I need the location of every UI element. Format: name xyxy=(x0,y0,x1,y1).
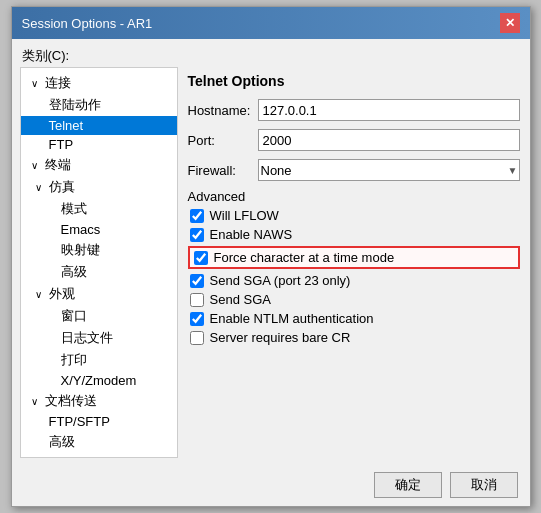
advanced-label: Advanced xyxy=(188,189,520,204)
sidebar-item-label-terminal: 终端 xyxy=(45,156,71,174)
checkbox-enable-ntlm: Enable NTLM authentication xyxy=(188,311,520,326)
sidebar-item-label-print: 打印 xyxy=(61,351,87,369)
sidebar-item-appearance[interactable]: ∨外观 xyxy=(21,283,177,305)
sidebar-item-login-action[interactable]: 登陆动作 xyxy=(21,94,177,116)
sidebar-item-label-login-action: 登陆动作 xyxy=(49,96,101,114)
main-content: ∨连接登陆动作TelnetFTP∨终端∨仿真模式Emacs映射键高级∨外观窗口日… xyxy=(12,67,530,464)
firewall-select-wrapper: None ▼ xyxy=(258,159,520,181)
checkbox-enable-naws: Enable NAWS xyxy=(188,227,520,242)
sidebar-item-telnet[interactable]: Telnet xyxy=(21,116,177,135)
tree-arrow-icon: ∨ xyxy=(31,160,43,171)
enable-naws-checkbox[interactable] xyxy=(190,228,204,242)
sidebar-item-label-xy-zmodem: X/Y/Zmodem xyxy=(61,373,137,388)
send-sga-checkbox[interactable] xyxy=(190,293,204,307)
sidebar-item-label-simulation: 仿真 xyxy=(49,178,75,196)
server-bare-cr-checkbox[interactable] xyxy=(190,331,204,345)
tree-arrow-icon: ∨ xyxy=(35,182,47,193)
sidebar-item-label-log-file: 日志文件 xyxy=(61,329,113,347)
close-button[interactable]: ✕ xyxy=(500,13,520,33)
send-sga-23-checkbox[interactable] xyxy=(190,274,204,288)
dialog-body: 类别(C): ∨连接登陆动作TelnetFTP∨终端∨仿真模式Emacs映射键高… xyxy=(12,39,530,506)
sidebar-item-ftp[interactable]: FTP xyxy=(21,135,177,154)
right-panel: Telnet Options Hostname: Port: Firewall:… xyxy=(184,67,530,464)
port-input[interactable] xyxy=(258,129,520,151)
checkbox-send-sga-23: Send SGA (port 23 only) xyxy=(188,273,520,288)
sidebar-item-label-mapping: 映射键 xyxy=(61,241,100,259)
checkbox-will-lflow: Will LFLOW xyxy=(188,208,520,223)
sidebar-tree: ∨连接登陆动作TelnetFTP∨终端∨仿真模式Emacs映射键高级∨外观窗口日… xyxy=(20,67,178,458)
sidebar-item-terminal[interactable]: ∨终端 xyxy=(21,154,177,176)
enable-ntlm-checkbox[interactable] xyxy=(190,312,204,326)
checkbox-send-sga: Send SGA xyxy=(188,292,520,307)
sidebar-item-label-advanced-term: 高级 xyxy=(61,263,87,281)
sidebar-item-simulation[interactable]: ∨仿真 xyxy=(21,176,177,198)
force-char-checkbox[interactable] xyxy=(194,251,208,265)
enable-ntlm-label: Enable NTLM authentication xyxy=(210,311,374,326)
title-bar: Session Options - AR1 ✕ xyxy=(12,7,530,39)
enable-naws-label: Enable NAWS xyxy=(210,227,293,242)
sidebar-item-mode[interactable]: 模式 xyxy=(21,198,177,220)
panel-title: Telnet Options xyxy=(188,73,520,89)
sidebar-item-label-file-transfer: 文档传送 xyxy=(45,392,97,410)
sidebar-item-label-mode: 模式 xyxy=(61,200,87,218)
sidebar-item-xy-zmodem[interactable]: X/Y/Zmodem xyxy=(21,371,177,390)
sidebar-item-emacs[interactable]: Emacs xyxy=(21,220,177,239)
server-bare-cr-label: Server requires bare CR xyxy=(210,330,351,345)
sidebar-item-label-ftp-sftp: FTP/SFTP xyxy=(49,414,110,429)
category-label: 类别(C): xyxy=(12,39,530,67)
session-options-dialog: Session Options - AR1 ✕ 类别(C): ∨连接登陆动作Te… xyxy=(11,6,531,507)
sidebar-item-label-emacs: Emacs xyxy=(61,222,101,237)
sidebar-item-advanced-ft[interactable]: 高级 xyxy=(21,431,177,453)
tree-arrow-icon: ∨ xyxy=(35,289,47,300)
firewall-select[interactable]: None xyxy=(258,159,520,181)
hostname-row: Hostname: xyxy=(188,99,520,121)
sidebar-item-label-advanced-ft: 高级 xyxy=(49,433,75,451)
dialog-footer: 确定 取消 xyxy=(12,464,530,506)
sidebar-item-label-window: 窗口 xyxy=(61,307,87,325)
will-lflow-checkbox[interactable] xyxy=(190,209,204,223)
sidebar-item-ftp-sftp[interactable]: FTP/SFTP xyxy=(21,412,177,431)
sidebar-item-label-telnet: Telnet xyxy=(49,118,84,133)
tree-arrow-icon: ∨ xyxy=(31,78,43,89)
sidebar-item-window[interactable]: 窗口 xyxy=(21,305,177,327)
sidebar-item-log-file[interactable]: 日志文件 xyxy=(21,327,177,349)
send-sga-23-label: Send SGA (port 23 only) xyxy=(210,273,351,288)
checkbox-force-char: Force character at a time mode xyxy=(188,246,520,269)
sidebar-item-print[interactable]: 打印 xyxy=(21,349,177,371)
force-char-label: Force character at a time mode xyxy=(214,250,395,265)
firewall-label: Firewall: xyxy=(188,163,258,178)
hostname-label: Hostname: xyxy=(188,103,258,118)
sidebar-item-label-connection: 连接 xyxy=(45,74,71,92)
dialog-title: Session Options - AR1 xyxy=(22,16,153,31)
sidebar-item-connection[interactable]: ∨连接 xyxy=(21,72,177,94)
sidebar-item-file-transfer[interactable]: ∨文档传送 xyxy=(21,390,177,412)
cancel-button[interactable]: 取消 xyxy=(450,472,518,498)
sidebar-item-label-ftp: FTP xyxy=(49,137,74,152)
sidebar-item-advanced-term[interactable]: 高级 xyxy=(21,261,177,283)
will-lflow-label: Will LFLOW xyxy=(210,208,279,223)
firewall-row: Firewall: None ▼ xyxy=(188,159,520,181)
port-label: Port: xyxy=(188,133,258,148)
sidebar-item-mapping[interactable]: 映射键 xyxy=(21,239,177,261)
sidebar-item-label-appearance: 外观 xyxy=(49,285,75,303)
tree-arrow-icon: ∨ xyxy=(31,396,43,407)
send-sga-label: Send SGA xyxy=(210,292,271,307)
port-row: Port: xyxy=(188,129,520,151)
checkbox-server-bare-cr: Server requires bare CR xyxy=(188,330,520,345)
hostname-input[interactable] xyxy=(258,99,520,121)
confirm-button[interactable]: 确定 xyxy=(374,472,442,498)
